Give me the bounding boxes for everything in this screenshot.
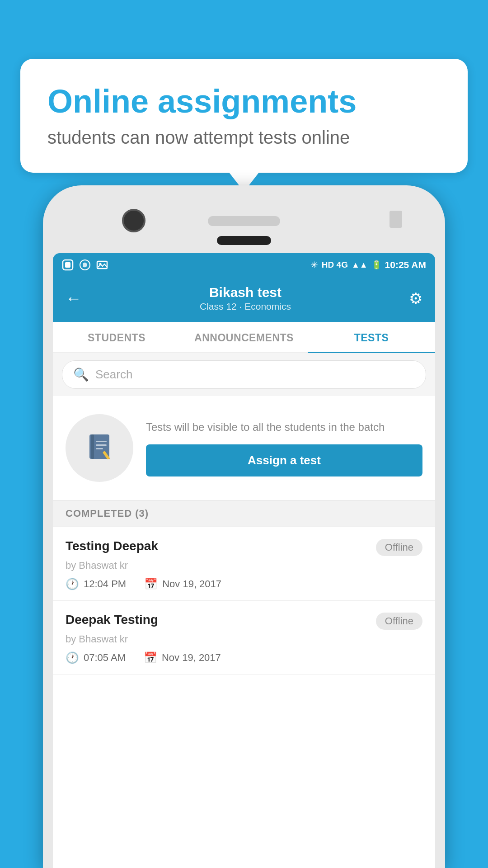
phone-camera	[122, 209, 145, 232]
notebook-icon	[81, 430, 117, 466]
battery-icon: 🔋	[371, 260, 381, 270]
phone-home-button	[389, 211, 402, 228]
calendar-icon-2: 📅	[144, 651, 157, 664]
bluetooth-icon: ✳	[310, 259, 318, 270]
status-bar: ✳ HD 4G ▲▲ 🔋 10:25 AM	[53, 253, 435, 277]
status-bar-left	[62, 259, 108, 271]
time-meta-2: 🕐 07:05 AM	[66, 651, 126, 664]
network-label: HD 4G	[322, 260, 348, 270]
search-bar[interactable]: 🔍 Search	[62, 360, 426, 389]
search-container: 🔍 Search	[53, 353, 435, 396]
status-bar-right: ✳ HD 4G ▲▲ 🔋 10:25 AM	[310, 259, 426, 270]
time-label-1: 12:04 PM	[84, 578, 126, 590]
header-subtitle: Class 12 · Economics	[82, 301, 409, 312]
assign-description: Tests will be visible to all the student…	[146, 420, 422, 435]
test-author-2: by Bhaswat kr	[66, 633, 422, 645]
assign-section: Tests will be visible to all the student…	[53, 396, 435, 500]
test-item-2-header: Deepak Testing Offline	[66, 613, 422, 630]
bubble-title: Online assignments	[47, 84, 441, 119]
assign-right: Tests will be visible to all the student…	[146, 420, 422, 477]
settings-button[interactable]: ⚙	[409, 289, 422, 307]
test-item-1[interactable]: Testing Deepak Offline by Bhaswat kr 🕐 1…	[53, 527, 435, 601]
offline-badge-2: Offline	[376, 613, 422, 630]
date-meta-2: 📅 Nov 19, 2017	[144, 651, 221, 664]
tab-announcements[interactable]: ANNOUNCEMENTS	[180, 322, 308, 352]
time-label-2: 07:05 AM	[84, 652, 126, 664]
header-center: Bikash test Class 12 · Economics	[82, 285, 409, 312]
header-title: Bikash test	[82, 285, 409, 300]
phone-frame: ✳ HD 4G ▲▲ 🔋 10:25 AM ← Bikash test Clas…	[43, 185, 445, 868]
tab-tests[interactable]: TESTS	[308, 322, 435, 352]
image-icon	[96, 259, 108, 271]
test-meta-2: 🕐 07:05 AM 📅 Nov 19, 2017	[66, 651, 422, 664]
test-author-1: by Bhaswat kr	[66, 560, 422, 571]
svg-rect-7	[96, 441, 107, 442]
time-meta-1: 🕐 12:04 PM	[66, 578, 126, 590]
phone-earpiece	[217, 236, 271, 245]
date-label-1: Nov 19, 2017	[162, 578, 221, 590]
test-meta-1: 🕐 12:04 PM 📅 Nov 19, 2017	[66, 578, 422, 590]
back-button[interactable]: ←	[66, 289, 82, 308]
clock-icon-2: 🕐	[66, 651, 79, 664]
app-icon-1	[62, 259, 74, 271]
svg-rect-1	[65, 262, 70, 268]
date-meta-1: 📅 Nov 19, 2017	[144, 578, 221, 590]
assign-test-button[interactable]: Assign a test	[146, 444, 422, 476]
offline-badge-1: Offline	[376, 539, 422, 556]
search-placeholder: Search	[95, 368, 132, 382]
test-item-1-header: Testing Deepak Offline	[66, 539, 422, 556]
svg-rect-9	[96, 448, 103, 449]
completed-header: COMPLETED (3)	[53, 500, 435, 527]
whatsapp-icon	[79, 259, 91, 271]
phone-screen: ✳ HD 4G ▲▲ 🔋 10:25 AM ← Bikash test Clas…	[53, 253, 435, 868]
app-header: ← Bikash test Class 12 · Economics ⚙	[53, 277, 435, 322]
svg-rect-8	[96, 444, 107, 446]
test-name-2: Deepak Testing	[66, 613, 158, 627]
tab-bar: STUDENTS ANNOUNCEMENTS TESTS	[53, 322, 435, 353]
clock-icon-1: 🕐	[66, 578, 79, 590]
bubble-subtitle: students can now attempt tests online	[47, 127, 441, 148]
search-icon: 🔍	[73, 367, 89, 382]
test-name-1: Testing Deepak	[66, 539, 158, 553]
tab-students[interactable]: STUDENTS	[53, 322, 180, 352]
svg-rect-6	[91, 434, 94, 459]
test-item-2[interactable]: Deepak Testing Offline by Bhaswat kr 🕐 0…	[53, 601, 435, 675]
date-label-2: Nov 19, 2017	[162, 652, 221, 664]
signal-icon: ▲▲	[352, 260, 368, 270]
time-label: 10:25 AM	[385, 259, 426, 270]
phone-speaker	[208, 216, 280, 226]
test-icon-circle	[66, 414, 133, 482]
speech-bubble: Online assignments students can now atte…	[20, 59, 468, 173]
calendar-icon-1: 📅	[144, 578, 158, 590]
